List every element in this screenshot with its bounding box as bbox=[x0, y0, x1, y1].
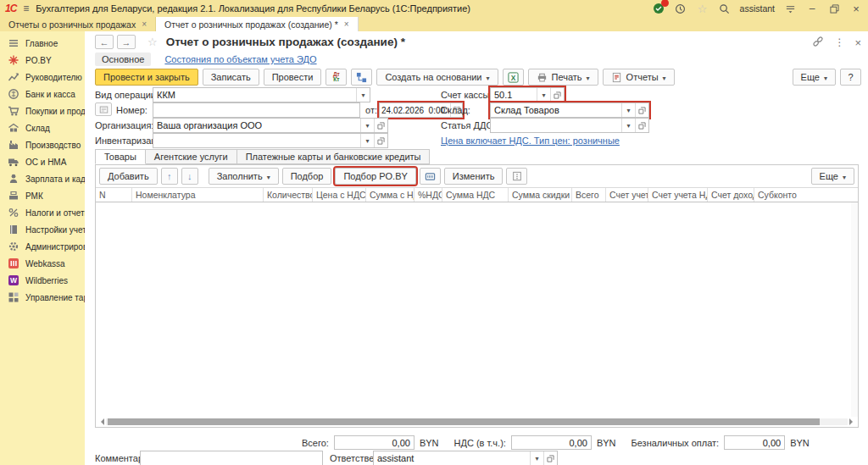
sidebar-item-production[interactable]: Производство bbox=[0, 136, 85, 153]
organization-combo[interactable] bbox=[153, 118, 388, 133]
chevron-down-icon[interactable] bbox=[360, 119, 374, 132]
sidebar-item-administration[interactable]: Администрирование bbox=[0, 238, 85, 255]
cash-account-input[interactable] bbox=[491, 88, 537, 102]
minimize-icon[interactable]: – bbox=[805, 2, 819, 15]
open-icon[interactable] bbox=[543, 451, 557, 465]
operation-type-input[interactable] bbox=[153, 88, 356, 102]
comment-field[interactable] bbox=[140, 451, 323, 465]
sidebar-item-webkassa[interactable]: Webkassa bbox=[0, 255, 85, 272]
save-button[interactable]: Записать bbox=[203, 69, 259, 86]
chevron-down-icon[interactable] bbox=[621, 119, 635, 132]
sidebar-item-fixed-assets[interactable]: ОС и НМА bbox=[0, 153, 85, 170]
get-link-icon[interactable] bbox=[812, 36, 824, 49]
comment-input[interactable] bbox=[141, 451, 322, 465]
scroll-right-icon[interactable] bbox=[849, 418, 856, 425]
column-header-total[interactable]: Всего bbox=[572, 188, 606, 202]
chevron-down-icon[interactable] bbox=[356, 88, 370, 102]
search-icon[interactable] bbox=[718, 2, 732, 15]
edit-button[interactable]: Изменить bbox=[444, 168, 504, 185]
favorites-star-icon[interactable] bbox=[696, 2, 709, 15]
open-icon[interactable] bbox=[374, 119, 387, 132]
sidebar-item-bank-cash[interactable]: Банк и касса bbox=[0, 86, 85, 102]
total-input[interactable] bbox=[334, 435, 415, 450]
sidebar-item-accounting-settings[interactable]: Настройки учета bbox=[0, 221, 85, 238]
dds-article-input[interactable] bbox=[491, 119, 621, 132]
more-menu-icon[interactable] bbox=[834, 36, 844, 48]
cash-account-combo[interactable] bbox=[490, 87, 565, 102]
open-icon[interactable] bbox=[374, 134, 387, 147]
create-based-on-button[interactable]: Создать на основании bbox=[376, 69, 498, 86]
column-header-n[interactable]: N bbox=[96, 188, 132, 202]
sidebar-item-warehouse[interactable]: Склад bbox=[0, 119, 85, 136]
add-row-button[interactable]: Добавить bbox=[99, 168, 158, 185]
inventory-combo[interactable] bbox=[153, 133, 388, 148]
responsible-input[interactable] bbox=[374, 451, 530, 465]
organization-input[interactable] bbox=[153, 119, 360, 132]
date-input[interactable] bbox=[380, 103, 450, 117]
sidebar-item-rmk[interactable]: РМК bbox=[0, 187, 85, 204]
number-field[interactable] bbox=[153, 102, 360, 118]
print-button[interactable]: Печать bbox=[528, 69, 598, 86]
sidebar-item-purchases-sales[interactable]: Покупки и продажи bbox=[0, 102, 85, 119]
close-form-icon[interactable] bbox=[854, 36, 861, 49]
move-row-down-button[interactable] bbox=[181, 168, 198, 185]
pick-poby-button[interactable]: Подбор PO.BY bbox=[335, 168, 415, 185]
open-icon[interactable] bbox=[635, 119, 648, 132]
table-header-row[interactable]: N Номенклатура Количество Цена с НДС Сум… bbox=[96, 187, 858, 202]
chevron-down-icon[interactable] bbox=[360, 134, 374, 147]
excel-export-button[interactable]: X bbox=[503, 69, 524, 86]
restore-icon[interactable] bbox=[827, 2, 841, 15]
column-header-account[interactable]: Счет учета bbox=[606, 188, 648, 202]
grid-more-button[interactable]: Еще bbox=[811, 168, 854, 185]
post-button[interactable]: Провести bbox=[264, 69, 322, 86]
barcode-scanner-button[interactable] bbox=[420, 168, 441, 185]
column-header-price-vat[interactable]: Цена с НДС bbox=[313, 188, 366, 202]
operation-type-combo[interactable] bbox=[153, 87, 370, 102]
table-body-empty[interactable] bbox=[96, 202, 858, 417]
column-header-income-account[interactable]: Счет доходов bbox=[708, 188, 754, 202]
post-and-close-button[interactable]: Провести и закрыть bbox=[95, 69, 198, 86]
horizontal-scrollbar[interactable] bbox=[97, 418, 856, 426]
sidebar-item-salary-hr[interactable]: Зарплата и кадры bbox=[0, 170, 85, 187]
more-button[interactable]: Еще bbox=[793, 69, 836, 86]
sidebar-item-wildberries[interactable]: W Wildberries bbox=[0, 272, 85, 289]
column-header-vat-amount[interactable]: Сумма НДС bbox=[442, 188, 509, 202]
history-icon[interactable] bbox=[674, 2, 687, 15]
column-header-discount[interactable]: Сумма скидки bbox=[509, 188, 572, 202]
column-header-subconto[interactable]: Субконто bbox=[754, 188, 858, 202]
vat-price-type-link[interactable]: Цена включает НДС. Тип цен: розничные bbox=[441, 136, 620, 146]
fill-button[interactable]: Заполнить bbox=[209, 168, 279, 185]
open-icon[interactable] bbox=[550, 88, 564, 102]
close-icon[interactable] bbox=[849, 2, 863, 15]
tab-close-icon[interactable] bbox=[344, 19, 349, 29]
chevron-down-icon[interactable] bbox=[537, 88, 550, 102]
scrollbar-thumb[interactable] bbox=[108, 418, 820, 425]
tab-payment-cards[interactable]: Платежные карты и банковские кредиты bbox=[237, 149, 431, 164]
responsible-combo[interactable] bbox=[373, 451, 558, 465]
number-input[interactable] bbox=[153, 103, 359, 117]
number-list-button[interactable] bbox=[95, 102, 112, 116]
sidebar-item-poby[interactable]: PO.BY bbox=[0, 52, 85, 69]
move-row-up-button[interactable] bbox=[161, 168, 178, 185]
column-header-vat-pct[interactable]: %НДС bbox=[415, 188, 442, 202]
nav-edo-link[interactable]: Состояния по объектам учета ЭДО bbox=[164, 54, 316, 64]
cashless-input[interactable] bbox=[724, 435, 785, 450]
pick-button[interactable]: Подбор bbox=[282, 168, 332, 185]
warehouse-combo[interactable] bbox=[490, 102, 649, 118]
chevron-down-icon[interactable] bbox=[621, 103, 635, 117]
favorite-star-icon[interactable] bbox=[147, 36, 158, 48]
tab-retail-sales-new[interactable]: Отчет о розничных продажах (создание) * bbox=[156, 17, 359, 31]
main-menu-icon[interactable]: ≡ bbox=[23, 3, 29, 14]
nav-main[interactable]: Основное bbox=[95, 53, 151, 66]
dds-article-combo[interactable] bbox=[490, 118, 649, 133]
tab-goods[interactable]: Товары bbox=[95, 149, 146, 164]
reports-button[interactable]: Отчеты bbox=[603, 69, 675, 86]
list-settings-button[interactable] bbox=[506, 168, 527, 185]
column-header-nomenclature[interactable]: Номенклатура bbox=[132, 188, 264, 202]
column-header-vat-account[interactable]: Счет учета НДС ... bbox=[648, 188, 708, 202]
chevron-down-icon[interactable] bbox=[530, 451, 543, 465]
open-icon[interactable] bbox=[635, 103, 648, 117]
inventory-input[interactable] bbox=[153, 134, 360, 147]
tab-retail-sales-list[interactable]: Отчеты о розничных продажах bbox=[0, 17, 156, 31]
dtkt-postings-button[interactable]: ДтКт bbox=[326, 69, 347, 86]
